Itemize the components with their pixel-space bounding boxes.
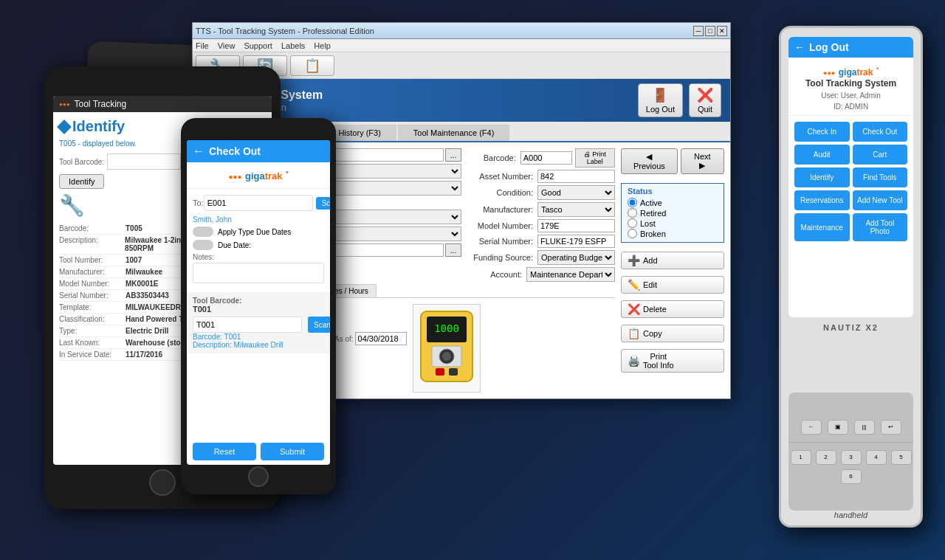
model-row: Model Number:	[467, 219, 615, 232]
status-title: Status	[628, 187, 718, 196]
add-button[interactable]: ➕ Add	[621, 252, 724, 269]
maximize-button[interactable]: □	[705, 26, 715, 36]
key-back[interactable]: ←	[801, 420, 822, 435]
key-6[interactable]: 6	[841, 469, 862, 484]
hh-logo-dot2: •	[876, 65, 879, 72]
apply-due-dates-toggle[interactable]	[193, 227, 213, 237]
key-5[interactable]: 5	[891, 450, 912, 465]
identify-diamond-icon	[57, 120, 72, 134]
cart-button[interactable]: Cart	[853, 145, 908, 165]
reset-button[interactable]: Reset	[193, 443, 256, 460]
phone-barcode-scan-button[interactable]: Scan	[308, 317, 330, 333]
tool-number-browse[interactable]: ...	[445, 148, 461, 162]
hh-back-icon[interactable]: ←	[794, 41, 805, 53]
edit-icon: ✏️	[628, 279, 640, 291]
barcode-row: Barcode: 🖨 Print Label	[467, 148, 615, 167]
print-icon: 🖨️	[628, 355, 640, 367]
previous-button[interactable]: ◀ Previous	[621, 148, 678, 174]
account-select[interactable]: Maintenance Department / 700	[526, 267, 615, 282]
find-tools-button[interactable]: Find Tools	[853, 167, 908, 187]
close-button[interactable]: ✕	[717, 26, 727, 36]
key-3[interactable]: 3	[841, 450, 862, 465]
checkout-button[interactable]: Check Out	[853, 122, 908, 142]
phone-bottom-buttons: Reset Submit	[187, 438, 330, 465]
tablet-header-title: Tool Tracking	[75, 99, 127, 109]
asset-number-input[interactable]	[537, 170, 615, 183]
identify-button[interactable]: Identify	[59, 174, 104, 189]
funding-select[interactable]: Operating Budget	[537, 250, 615, 265]
drill-thumbnail: 🔧	[59, 193, 96, 218]
serial-label: Serial Number:	[467, 237, 537, 246]
quit-button[interactable]: ❌ Quit	[689, 83, 721, 117]
minimize-button[interactable]: ─	[693, 26, 704, 36]
status-retired-radio[interactable]	[628, 208, 637, 218]
phone-barcode-input[interactable]	[193, 317, 302, 333]
phone-home-button[interactable]	[248, 466, 269, 487]
toolbar-btn-3[interactable]: 📋	[290, 55, 334, 76]
tab-tool-maintenance[interactable]: Tool Maintenance (F4)	[398, 125, 509, 141]
model-input[interactable]	[537, 219, 615, 232]
key-menu[interactable]: |||	[854, 420, 875, 435]
another-browse[interactable]: ...	[445, 243, 461, 257]
status-active-radio[interactable]	[628, 198, 637, 207]
key-return[interactable]: ↩	[881, 420, 901, 435]
barcode-input[interactable]	[520, 151, 572, 165]
due-date-toggle[interactable]	[193, 240, 213, 250]
phone-barcode-label: Tool Barcode:	[193, 297, 324, 305]
as-of-input[interactable]	[355, 332, 407, 345]
add-label: Add	[643, 256, 658, 265]
tablet-logo-dot: ●●●	[59, 101, 70, 108]
window-controls: ─ □ ✕	[693, 26, 727, 36]
serial-input[interactable]	[537, 235, 615, 248]
key-home[interactable]: ▣	[828, 420, 848, 435]
window-title: TTS - Tool Tracking System - Professiona…	[196, 27, 374, 35]
key-2[interactable]: 2	[816, 450, 836, 465]
key-4[interactable]: 4	[866, 450, 887, 465]
menu-support[interactable]: Support	[244, 41, 272, 50]
logout-button[interactable]: 🚪 Log Out	[638, 83, 683, 117]
submit-button[interactable]: Submit	[261, 443, 324, 460]
print-tool-info-button[interactable]: 🖨️ PrintTool Info	[621, 349, 724, 373]
menu-help[interactable]: Help	[314, 41, 331, 50]
maintenance-button[interactable]: Maintenance	[794, 213, 850, 241]
barcode-link[interactable]: Barcode: T001	[193, 333, 324, 341]
add-new-tool-button[interactable]: Add New Tool	[853, 190, 908, 210]
phone-barcode-value: T001	[193, 305, 324, 314]
menu-view[interactable]: View	[218, 41, 236, 50]
menu-labels[interactable]: Labels	[281, 41, 305, 50]
barcode-description: Description: Milwaukee Drill	[193, 341, 324, 349]
phone-back-icon[interactable]: ←	[193, 145, 205, 158]
multimeter-image: 1000	[413, 308, 480, 389]
action-panel: ◀ Previous Next ▶ Status Active Retired	[621, 148, 724, 393]
model-label: Model Number:	[467, 221, 537, 230]
add-tool-photo-button[interactable]: Add Tool Photo	[853, 213, 908, 241]
status-active-row: Active	[628, 198, 718, 207]
delete-button[interactable]: ❌ Delete	[621, 300, 724, 318]
print-label-button[interactable]: 🖨 Print Label	[575, 148, 615, 167]
identify-button-hh[interactable]: Identify	[794, 167, 850, 187]
copy-icon: 📋	[628, 328, 640, 339]
manufacturer-label: Manufacturer:	[467, 205, 537, 214]
phone-device: ← Check Out ●●● gigatrak • To: Scan Smit…	[181, 118, 336, 494]
checkin-button[interactable]: Check In	[794, 122, 850, 142]
notes-input[interactable]	[193, 263, 324, 283]
status-broken-row: Broken	[628, 229, 718, 238]
edit-button[interactable]: ✏️ Edit	[621, 276, 724, 294]
tablet-barcode-input[interactable]	[107, 153, 181, 170]
condition-select[interactable]: Good	[537, 185, 615, 200]
svg-rect-6	[436, 368, 444, 376]
add-icon: ➕	[628, 255, 640, 266]
status-lost-radio[interactable]	[628, 218, 637, 228]
tablet-home-button[interactable]	[149, 469, 176, 496]
next-button[interactable]: Next ▶	[681, 148, 724, 174]
key-1[interactable]: 1	[791, 450, 811, 465]
menu-file[interactable]: File	[196, 41, 209, 50]
reservations-button[interactable]: Reservations	[794, 190, 850, 210]
audit-button[interactable]: Audit	[794, 145, 850, 165]
status-broken-radio[interactable]	[628, 229, 637, 238]
to-input[interactable]	[204, 195, 313, 211]
to-scan-button[interactable]: Scan	[316, 197, 330, 210]
account-label: Account:	[467, 270, 526, 279]
copy-button[interactable]: 📋 Copy	[621, 325, 724, 342]
manufacturer-select[interactable]: Tasco	[537, 202, 615, 217]
